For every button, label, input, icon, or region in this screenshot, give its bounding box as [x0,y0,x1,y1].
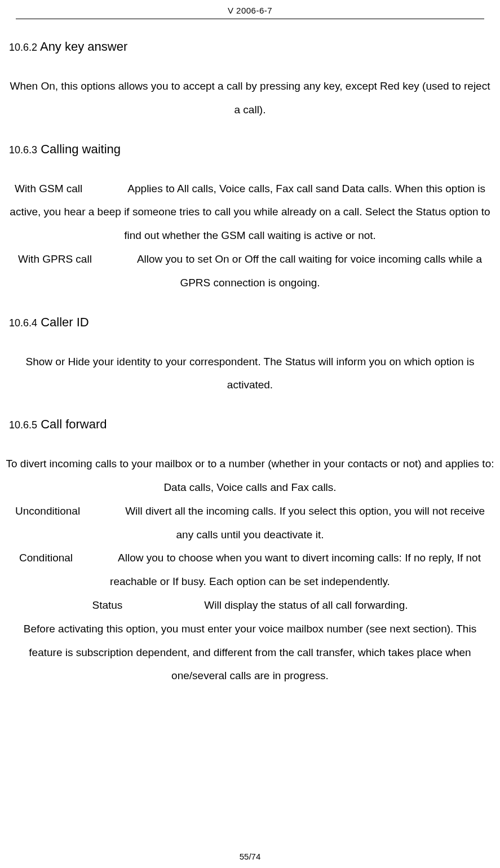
gprs-label: With GPRS call [18,253,92,265]
header-rule [16,19,484,19]
heading-any-key-answer: 10.6.2 Any key answer [6,39,494,54]
unconditional-label: Unconditional [15,505,80,517]
gprs-text: Allow you to set On or Off the call wait… [137,253,482,289]
heading-calling-waiting: 10.6.3 Calling waiting [6,142,494,157]
heading-title: Calling waiting [41,142,121,156]
body-any-key-answer: When On, this options allows you to acce… [6,74,494,122]
heading-number: 10.6.4 [9,317,37,329]
body-calling-waiting: With GSM callApplies to All calls, Voice… [6,177,494,295]
heading-title: Caller ID [41,315,89,329]
heading-title: Call forward [41,417,107,431]
heading-caller-id: 10.6.4 Caller ID [6,315,494,330]
gsm-label: With GSM call [15,183,82,194]
status-text: Will display the status of all call forw… [204,599,408,611]
unconditional-text: Will divert all the incoming calls. If y… [125,505,485,541]
heading-number: 10.6.2 [9,42,37,53]
call-forward-intro: To divert incoming calls to your mailbox… [6,458,494,493]
header-version: V 2006-6-7 [0,0,500,19]
body-caller-id: Show or Hide your identity to your corre… [6,350,494,397]
status-label: Status [92,599,122,611]
heading-call-forward: 10.6.5 Call forward [6,417,494,432]
call-forward-note: Before activating this option, you must … [24,623,476,682]
heading-number: 10.6.3 [9,144,37,156]
body-call-forward: To divert incoming calls to your mailbox… [6,452,494,688]
conditional-text: Allow you to choose when you want to div… [110,552,481,587]
page-footer: 55/74 [0,852,500,861]
heading-number: 10.6.5 [9,419,37,431]
heading-title: Any key answer [40,39,127,54]
conditional-label: Conditional [19,552,73,564]
